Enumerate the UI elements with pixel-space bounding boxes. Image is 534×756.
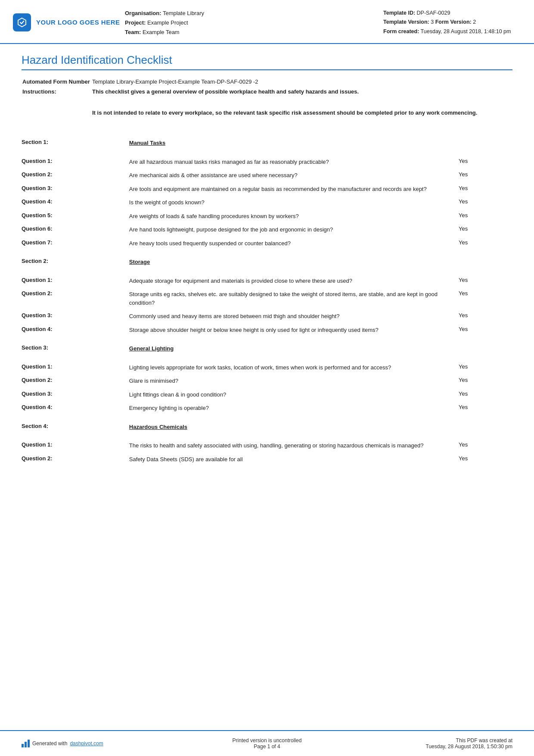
s1-q3-answer: Yes	[459, 182, 512, 196]
template-id-label: Template ID:	[383, 10, 415, 16]
footer-pdf-line1: This PDF was created at	[383, 737, 512, 744]
form-number-label: Automated Form Number	[22, 77, 91, 86]
section-1-label: Section 1:	[22, 136, 129, 150]
footer-pdf-line2: Tuesday, 28 August 2018, 1:50:30 pm	[383, 744, 512, 750]
s2-q4-label: Question 4:	[22, 323, 129, 337]
section-3-header: Section 3: General Lighting	[22, 342, 512, 356]
section-3-label: Section 3:	[22, 342, 129, 356]
header-org: Organisation: Template Library Project: …	[125, 8, 383, 37]
footer: Generated with dashpivot.com Printed ver…	[0, 730, 534, 756]
s1-q1-answer: Yes	[459, 155, 512, 169]
s2-q1-row: Question 1: Adequate storage for equipme…	[22, 274, 512, 288]
s3-q2-row: Question 2: Glare is minimised? Yes	[22, 374, 512, 388]
logo-area: YOUR LOGO GOES HERE	[13, 8, 125, 37]
s1-q6-label: Question 6:	[22, 223, 129, 237]
project-value: Example Project	[147, 19, 188, 26]
s2-q1-text: Adequate storage for equipment and mater…	[129, 274, 459, 288]
header-right: Template ID: DP-SAF-0029 Template Versio…	[383, 8, 512, 37]
s3-q4-answer: Yes	[459, 401, 512, 415]
org-value: Template Library	[163, 10, 204, 16]
s1-q7-row: Question 7: Are heavy tools used frequen…	[22, 237, 512, 250]
section-3-title: General Lighting	[129, 345, 174, 352]
s4-q1-text: The risks to health and safety associate…	[129, 439, 459, 453]
footer-page: Page 1 of 4	[151, 744, 383, 750]
instructions-bold: This checklist gives a general overview …	[92, 88, 512, 95]
s1-q2-text: Are mechanical aids & other assistance a…	[129, 169, 459, 182]
s2-q2-answer: Yes	[459, 287, 512, 309]
s3-q3-text: Light fittings clean & in good condition…	[129, 388, 459, 402]
page: YOUR LOGO GOES HERE Organisation: Templa…	[0, 0, 534, 756]
logo-text: YOUR LOGO GOES HERE	[36, 18, 120, 27]
form-created-value: Tuesday, 28 August 2018, 1:48:10 pm	[421, 28, 511, 34]
team-value: Example Team	[143, 29, 180, 35]
s1-q4-label: Question 4:	[22, 196, 129, 209]
s2-q3-label: Question 3:	[22, 309, 129, 323]
s4-q2-label: Question 2:	[22, 453, 129, 466]
instructions-bold-inline: It is not intended to relate to every wo…	[92, 109, 477, 116]
s3-q1-answer: Yes	[459, 361, 512, 375]
page-title: Hazard Identification Checklist	[22, 53, 512, 70]
s4-q1-answer: Yes	[459, 439, 512, 453]
s1-q6-row: Question 6: Are hand tools lightweight, …	[22, 223, 512, 237]
s1-q5-answer: Yes	[459, 209, 512, 223]
team-label: Team:	[125, 29, 141, 35]
s1-q3-row: Question 3: Are tools and equipment are …	[22, 182, 512, 196]
s2-q4-answer: Yes	[459, 323, 512, 337]
s2-q3-text: Commonly used and heavy items are stored…	[129, 309, 459, 323]
s2-q2-text: Storage units eg racks, shelves etc. are…	[129, 287, 459, 309]
s1-q2-answer: Yes	[459, 169, 512, 182]
s3-q3-answer: Yes	[459, 388, 512, 402]
dashpivot-icon	[22, 740, 30, 747]
s1-q7-label: Question 7:	[22, 237, 129, 250]
s1-q2-label: Question 2:	[22, 169, 129, 182]
checklist-table: Section 1: Manual Tasks Question 1: Are …	[22, 131, 512, 466]
footer-left: Generated with dashpivot.com	[22, 740, 151, 747]
footer-center: Printed version is uncontrolled Page 1 o…	[151, 737, 383, 750]
s2-q4-text: Storage above shoulder height or below k…	[129, 323, 459, 337]
s4-q2-text: Safety Data Sheets (SDS) are available f…	[129, 453, 459, 466]
section-2-label: Section 2:	[22, 255, 129, 269]
s1-q6-answer: Yes	[459, 223, 512, 237]
s2-q4-row: Question 4: Storage above shoulder heigh…	[22, 323, 512, 337]
s1-q4-row: Question 4: Is the weight of goods known…	[22, 196, 512, 209]
s3-q3-row: Question 3: Light fittings clean & in go…	[22, 388, 512, 402]
s3-q1-row: Question 1: Lighting levels appropriate …	[22, 361, 512, 375]
template-version-value: 3	[431, 19, 434, 25]
s1-q5-row: Question 5: Are weights of loads & safe …	[22, 209, 512, 223]
s1-q1-label: Question 1:	[22, 155, 129, 169]
s1-q5-label: Question 5:	[22, 209, 129, 223]
s4-q2-row: Question 2: Safety Data Sheets (SDS) are…	[22, 453, 512, 466]
s2-q1-label: Question 1:	[22, 274, 129, 288]
s2-q3-answer: Yes	[459, 309, 512, 323]
template-id-value: DP-SAF-0029	[417, 10, 450, 16]
section-1-header: Section 1: Manual Tasks	[22, 136, 512, 150]
s3-q1-label: Question 1:	[22, 361, 129, 375]
s4-q1-row: Question 1: The risks to health and safe…	[22, 439, 512, 453]
section-4-header: Section 4: Hazardous Chemicals	[22, 420, 512, 434]
s1-q6-text: Are hand tools lightweight, purpose desi…	[129, 223, 459, 237]
s2-q2-row: Question 2: Storage units eg racks, shel…	[22, 287, 512, 309]
s3-q4-row: Question 4: Emergency lighting is operab…	[22, 401, 512, 415]
s1-q4-answer: Yes	[459, 196, 512, 209]
section-4-title: Hazardous Chemicals	[129, 424, 187, 430]
s3-q2-text: Glare is minimised?	[129, 374, 459, 388]
main-content: Hazard Identification Checklist Automate…	[0, 44, 534, 500]
instructions-text: It is not intended to relate to every wo…	[92, 109, 512, 116]
meta-table: Automated Form Number Template Library-E…	[22, 76, 512, 127]
s1-q2-row: Question 2: Are mechanical aids & other …	[22, 169, 512, 182]
s2-q3-row: Question 3: Commonly used and heavy item…	[22, 309, 512, 323]
s3-q2-label: Question 2:	[22, 374, 129, 388]
instructions-label: Instructions:	[22, 87, 91, 126]
s1-q3-label: Question 3:	[22, 182, 129, 196]
s1-q1-text: Are all hazardous manual tasks risks man…	[129, 155, 459, 169]
form-version-value: 2	[473, 19, 476, 25]
section-2-header: Section 2: Storage	[22, 255, 512, 269]
form-version-label: Form Version:	[435, 19, 472, 25]
footer-generated-text: Generated with	[32, 740, 67, 747]
s1-q4-text: Is the weight of goods known?	[129, 196, 459, 209]
project-label: Project:	[125, 19, 146, 26]
s1-q7-text: Are heavy tools used frequently suspende…	[129, 237, 459, 250]
org-label: Organisation:	[125, 10, 161, 16]
s3-q4-text: Emergency lighting is operable?	[129, 401, 459, 415]
footer-link[interactable]: dashpivot.com	[70, 740, 103, 747]
